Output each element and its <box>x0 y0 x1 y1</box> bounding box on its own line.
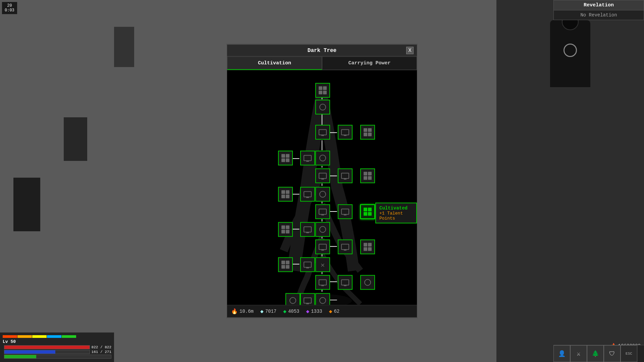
diamond-icon: ◆ <box>260 308 264 315</box>
node-r9-right2[interactable] <box>360 240 375 254</box>
node-r7-center[interactable] <box>315 204 330 219</box>
right-panel-overlay <box>496 0 644 362</box>
dialog-title: Dark Tree <box>308 48 336 54</box>
hp-values: 822 / 822 <box>92 345 111 349</box>
node-r12-left[interactable] <box>285 293 300 305</box>
background-figure-3 <box>13 178 40 231</box>
action-shield-button[interactable]: 🛡 <box>604 345 621 362</box>
mp-values: 161 / 271 <box>92 350 111 354</box>
action-bar: 👤 ⚔ 🌲 🛡 ESC <box>553 345 644 362</box>
node-r4-center[interactable] <box>315 151 330 166</box>
mp-bar <box>4 350 90 354</box>
background-figure-1 <box>114 27 134 67</box>
skill-tree-area: Cultivated +1 Talent Points <box>227 70 417 305</box>
level-display: Lv 50 <box>3 339 111 344</box>
green-gem-icon: ◆ <box>283 308 286 315</box>
node-r8-left2[interactable] <box>278 222 293 237</box>
timer-time: 0:03 <box>5 8 14 13</box>
timer-count: 20 <box>5 3 14 8</box>
xp-bar-row <box>3 355 111 359</box>
revelation-circle-icon <box>564 44 577 57</box>
tab-cultivation[interactable]: Cultivation <box>227 57 322 70</box>
revelation-title: Revelation <box>554 0 644 10</box>
node-r10-left2[interactable] <box>278 257 293 272</box>
stat-time: 🔥 10.6m <box>231 308 254 315</box>
node-r7-right1[interactable] <box>338 204 353 219</box>
purple-gem-icon: ◆ <box>306 308 310 315</box>
stat-purple-gem: ◆ 1333 <box>306 308 322 315</box>
node-r10-center-x[interactable]: ✕ <box>315 257 330 272</box>
node-r12-center[interactable] <box>315 293 330 305</box>
node-r2-center[interactable] <box>315 100 330 115</box>
stats-bar: 🔥 10.6m ◆ 7017 ◆ 4053 ◆ 1333 ◆ 62 <box>227 305 417 317</box>
tooltip-description: +1 Talent Points <box>379 211 413 221</box>
revelation-status: No Revelation <box>554 10 644 20</box>
orange-gem-icon: ◆ <box>329 308 332 315</box>
time-value: 10.6m <box>239 309 254 314</box>
timer-display: 20 0:03 <box>2 2 17 14</box>
node-r4-left1[interactable] <box>300 151 315 166</box>
node-r3-right1[interactable] <box>338 125 353 140</box>
hp-bar <box>4 345 90 349</box>
node-r8-left1[interactable] <box>300 222 315 237</box>
node-r5-right1[interactable] <box>338 169 353 183</box>
revelation-panel: Revelation No Revelation <box>553 0 644 20</box>
hud-panel: Lv 50 822 / 822 161 / 271 <box>0 333 114 362</box>
node-r10-left1[interactable] <box>300 257 315 272</box>
hud-multibar <box>3 335 76 338</box>
node-r3-center[interactable] <box>315 125 330 140</box>
hp-bar-row: 822 / 822 <box>3 345 111 349</box>
node-r11-center[interactable] <box>315 275 330 290</box>
tab-carrying-power[interactable]: Carrying Power <box>322 57 417 70</box>
xp-bar <box>4 355 111 359</box>
orange-gem-value: 62 <box>334 309 339 314</box>
stat-diamond: ◆ 7017 <box>260 308 276 315</box>
node-r9-center[interactable] <box>315 240 330 254</box>
tooltip-title: Cultivated <box>379 205 413 211</box>
action-person-button[interactable]: 👤 <box>553 345 570 362</box>
node-r11-right2[interactable] <box>360 275 375 290</box>
action-sword-button[interactable]: ⚔ <box>570 345 587 362</box>
dark-tree-dialog: Dark Tree X Cultivation Carrying Power <box>226 44 418 318</box>
node-r5-center[interactable] <box>315 169 330 183</box>
cultivated-tooltip: Cultivated +1 Talent Points <box>375 203 417 224</box>
stat-green-gem: ◆ 4053 <box>283 308 299 315</box>
stat-orange-gem: ◆ 62 <box>329 308 339 315</box>
action-tree-button[interactable]: 🌲 <box>587 345 604 362</box>
time-icon: 🔥 <box>231 308 238 315</box>
action-esc-button[interactable]: ESC <box>621 345 637 362</box>
node-r1-center[interactable] <box>315 83 330 98</box>
purple-gem-value: 1333 <box>311 309 322 314</box>
mp-bar-row: 161 / 271 <box>3 350 111 354</box>
dialog-close-button[interactable]: X <box>406 47 414 54</box>
node-r7-right2-highlighted[interactable] <box>360 204 375 219</box>
node-r6-left2[interactable] <box>278 187 293 202</box>
node-r12-center-left[interactable] <box>300 293 315 305</box>
node-r6-left1[interactable] <box>300 187 315 202</box>
dialog-tabs: Cultivation Carrying Power <box>227 57 417 70</box>
node-r6-center[interactable] <box>315 187 330 202</box>
node-r5-right2[interactable] <box>360 169 375 183</box>
diamond-value: 7017 <box>265 309 277 314</box>
node-r3-right2[interactable] <box>360 125 375 140</box>
node-r11-right1[interactable] <box>338 275 353 290</box>
node-r9-right1[interactable] <box>338 240 353 254</box>
node-r4-left2[interactable] <box>278 151 293 166</box>
node-r8-center[interactable] <box>315 222 330 237</box>
dialog-title-bar: Dark Tree X <box>227 45 417 57</box>
background-figure-2 <box>64 117 87 161</box>
green-gem-value: 4053 <box>288 309 300 314</box>
